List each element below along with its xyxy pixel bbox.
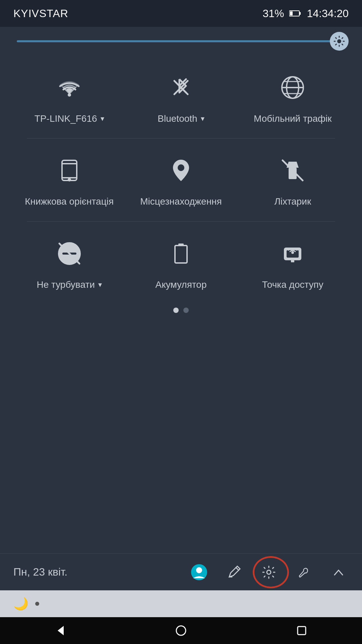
svg-rect-25	[178, 244, 184, 246]
svg-point-28	[291, 251, 294, 254]
tile-wifi-label: TP-LINK_F616	[35, 113, 97, 125]
status-right: 31% 14:34:20	[262, 7, 349, 20]
tile-wifi-label-row: TP-LINK_F616 ▾	[35, 113, 104, 125]
carrier-label: KYIVSTAR	[13, 7, 68, 20]
tile-orientation-label: Книжкова орієнтація	[25, 196, 114, 208]
tile-bluetooth-label-row: Bluetooth ▾	[158, 113, 204, 125]
svg-point-34	[267, 570, 271, 574]
svg-rect-2	[290, 11, 293, 15]
svg-rect-24	[175, 246, 187, 263]
chevron-up-button[interactable]	[328, 562, 349, 582]
svg-point-3	[337, 39, 341, 43]
tile-bluetooth[interactable]: Bluetooth ▾	[134, 69, 228, 125]
bluetooth-dropdown-arrow[interactable]: ▾	[201, 114, 204, 123]
tiles-row-1: TP-LINK_F616 ▾ Bluetooth ▾	[13, 59, 349, 135]
brightness-icon	[333, 35, 345, 47]
tile-hotspot-label: Точка доступу	[262, 279, 323, 291]
tile-wifi-icon	[51, 69, 88, 106]
tile-dnd[interactable]: Не турбувати ▾	[22, 235, 116, 291]
tiles-row-3: Не турбувати ▾ Акумулятор	[13, 225, 349, 301]
home-button[interactable]	[168, 617, 194, 644]
quick-tiles: TP-LINK_F616 ▾ Bluetooth ▾	[0, 52, 362, 330]
dot-2	[183, 308, 189, 313]
edit-icon-button[interactable]	[224, 562, 244, 582]
svg-marker-35	[58, 626, 64, 635]
tile-wifi[interactable]: TP-LINK_F616 ▾	[22, 69, 116, 125]
tile-flashlight[interactable]: Ліхтарик	[246, 152, 340, 208]
status-bar: KYIVSTAR 31% 14:34:20	[0, 0, 362, 27]
tile-battery[interactable]: Акумулятор	[134, 235, 228, 291]
tile-battery-icon	[163, 235, 199, 272]
tile-dnd-label-row: Не турбувати ▾	[37, 279, 102, 291]
dot-1	[173, 308, 179, 313]
back-button[interactable]	[47, 617, 74, 644]
tile-flashlight-icon	[274, 152, 311, 189]
tile-location-label: Місцезнаходження	[140, 196, 222, 208]
recents-button[interactable]	[288, 617, 315, 644]
svg-point-15	[68, 179, 70, 181]
battery-icon	[289, 10, 301, 17]
brightness-thumb[interactable]	[330, 32, 349, 51]
brightness-control[interactable]	[0, 27, 362, 52]
notif-dot	[35, 602, 39, 606]
wrench-icon[interactable]	[294, 562, 314, 582]
date-label: Пн, 23 квіт.	[13, 566, 189, 578]
tile-mobile-data-label: Мобільний трафік	[254, 113, 331, 125]
tile-dnd-icon	[51, 235, 88, 272]
svg-rect-37	[298, 627, 306, 635]
time-label: 14:34:20	[307, 7, 349, 20]
notification-bar: 🌙	[0, 590, 362, 617]
dnd-dropdown-arrow[interactable]: ▾	[98, 280, 102, 289]
svg-rect-29	[291, 260, 294, 262]
wifi-dropdown-arrow[interactable]: ▾	[101, 114, 104, 123]
tile-orientation-icon	[51, 152, 88, 189]
tile-dnd-label: Не турбувати	[37, 279, 95, 291]
tile-location-icon	[163, 152, 199, 189]
navigation-bar	[0, 617, 362, 644]
tile-hotspot[interactable]: Точка доступу	[246, 235, 340, 291]
brightness-track[interactable]	[17, 40, 345, 42]
svg-point-4	[68, 93, 71, 97]
tile-mobile-data[interactable]: Мобільний трафік	[246, 69, 340, 125]
svg-rect-1	[299, 12, 301, 15]
svg-point-16	[178, 164, 184, 171]
battery-percentage: 31%	[262, 7, 284, 20]
divider-1	[27, 138, 335, 139]
bottom-bar: Пн, 23 квіт.	[0, 553, 362, 590]
tile-battery-label: Акумулятор	[155, 279, 206, 291]
tile-bluetooth-icon	[163, 69, 199, 106]
settings-icon-button[interactable]	[259, 562, 279, 582]
moon-icon: 🌙	[13, 597, 28, 611]
user-icon-button[interactable]	[189, 562, 209, 582]
svg-point-31	[196, 567, 202, 573]
tile-flashlight-label: Ліхтарик	[274, 196, 311, 208]
tile-location[interactable]: Місцезнаходження	[134, 152, 228, 208]
svg-line-32	[236, 568, 239, 570]
tiles-row-2: Книжкова орієнтація Місцезнаходження	[13, 142, 349, 218]
page-dots	[13, 301, 349, 323]
bottom-icons	[189, 562, 349, 582]
tile-hotspot-icon	[274, 235, 311, 272]
svg-point-36	[176, 626, 186, 635]
tile-orientation[interactable]: Книжкова орієнтація	[22, 152, 116, 208]
tile-mobile-data-icon	[274, 69, 311, 106]
tile-bluetooth-label: Bluetooth	[158, 113, 197, 125]
divider-2	[27, 221, 335, 222]
